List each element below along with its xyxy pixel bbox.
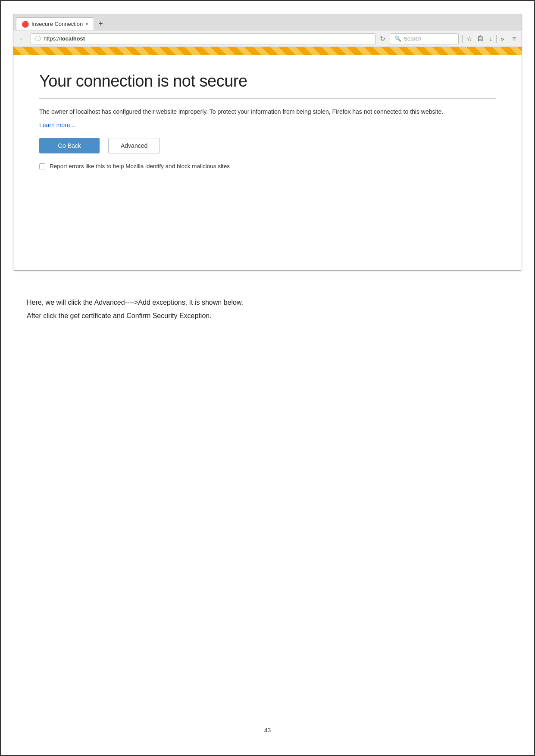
annotation-line2: After click the get certificate and Conf… [27,310,508,322]
insecure-icon: 🔴 [22,21,29,28]
download-button[interactable]: ↓ [487,34,494,43]
tab-close-button[interactable]: × [85,21,88,27]
error-page: Your connection is not secure The owner … [13,55,522,270]
go-back-button[interactable]: Go Back [39,138,100,153]
separator [39,98,496,99]
identity-button[interactable]: 自 [475,34,486,44]
browser-window: 🔴 Insecure Connection × + ← ⓘ https://lo… [13,14,522,271]
search-placeholder: Search [404,35,421,42]
tab-bar: 🔴 Insecure Connection × + [13,14,522,31]
bookmark-star-button[interactable]: ☆ [464,34,474,44]
search-field[interactable]: 🔍 Search [390,33,459,44]
chevron-button[interactable]: » [498,34,506,43]
warning-stripe [13,47,522,55]
error-title: Your connection is not secure [39,72,496,91]
url-text: https://localhost [44,35,85,42]
report-label: Report errors like this to help Mozilla … [50,163,230,169]
menu-button[interactable]: ≡ [510,34,518,43]
url-field[interactable]: ⓘ https://localhost [31,33,375,44]
report-row: Report errors like this to help Mozilla … [39,163,496,169]
divider3 [508,35,508,43]
error-description: The owner of localhost has configured th… [39,107,496,116]
search-magnifier-icon: 🔍 [394,35,401,42]
toolbar-icons: ☆ 自 ↓ » ≡ [461,34,518,44]
report-checkbox[interactable] [39,163,45,169]
divider1 [462,35,463,43]
annotation-section: Here, we will click the Advanced---->Add… [1,284,534,341]
active-tab[interactable]: 🔴 Insecure Connection × [16,17,94,30]
url-host: localhost [60,35,85,42]
learn-more-link[interactable]: Learn more... [39,122,496,128]
address-bar: ← ⓘ https://localhost ↻ 🔍 Search ☆ 自 ↓ »… [13,31,522,47]
divider2 [496,35,497,43]
tab-label: Insecure Connection [31,21,83,27]
info-icon: ⓘ [35,35,41,43]
button-row: Go Back Advanced [39,138,496,153]
page-number: 43 [1,718,534,747]
back-button[interactable]: ← [17,34,28,44]
refresh-button[interactable]: ↻ [378,34,387,44]
new-tab-button[interactable]: + [94,18,107,29]
advanced-button[interactable]: Advanced [108,138,160,153]
annotation-line1: Here, we will click the Advanced---->Add… [27,297,508,308]
